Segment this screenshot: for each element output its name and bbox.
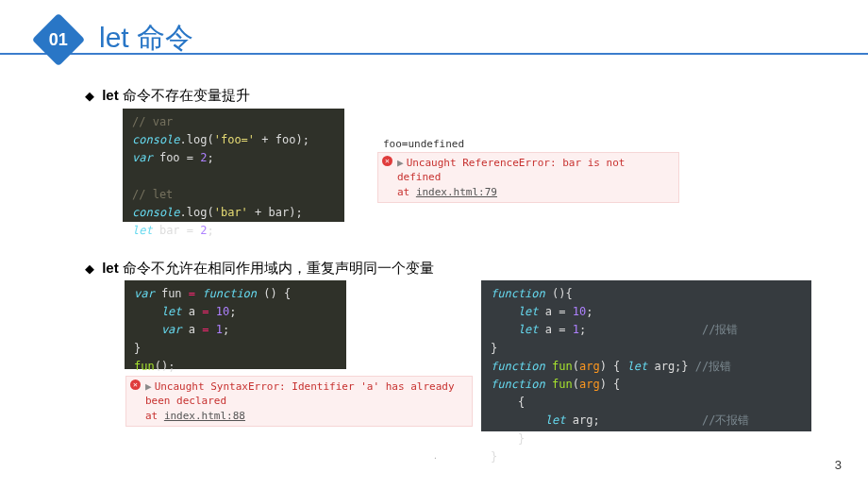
error-source-link[interactable]: index.html:79 [416,186,497,198]
bullet-point-2: ◆ let 命令不允许在相同作用域内，重复声明同一个变量 [85,260,434,278]
code-block-redeclare-left: var fun = function () { let a = 10; var … [125,280,346,369]
code-block-redeclare-right: function (){ let a = 10; let a = 1; //报错… [481,280,811,431]
console-error-line: ✕ ▶Uncaught SyntaxError: Identifier 'a' … [125,376,473,427]
slide-title: let 命令 [99,19,193,58]
badge-number: 01 [49,30,68,50]
console-output-2: ✕ ▶Uncaught SyntaxError: Identifier 'a' … [125,376,473,427]
page-number: 3 [835,458,842,472]
diamond-icon: ◆ [85,261,94,276]
error-icon: ✕ [130,379,141,390]
error-at: at [145,410,164,422]
console-log-line: foo=undefined [377,136,679,152]
section-badge: 01 [32,13,86,67]
console-output-1: foo=undefined ✕ ▶Uncaught ReferenceError… [377,136,679,203]
arrow-icon: ▶ [397,157,404,169]
bullet-point-1: ◆ let 命令不存在变量提升 [85,87,250,105]
console-error-line: ✕ ▶Uncaught ReferenceError: bar is not d… [377,152,679,203]
error-message: Uncaught ReferenceError: bar is not defi… [397,157,625,183]
footer-dot: . [434,450,437,461]
bullet-1-keyword: let [102,87,119,103]
diamond-icon: ◆ [85,89,94,103]
bullet-2-keyword: let [102,260,119,276]
bullet-1-text: 命令不存在变量提升 [119,87,250,103]
error-at: at [397,186,416,198]
arrow-icon: ▶ [145,380,152,393]
bullet-2-text: 命令不允许在相同作用域内，重复声明同一个变量 [119,260,434,276]
error-message: Uncaught SyntaxError: Identifier 'a' has… [145,380,455,407]
error-icon: ✕ [382,156,392,166]
error-source-link[interactable]: index.html:88 [164,410,245,422]
code-block-hoisting: // var console.log('foo=' + foo); var fo… [123,109,344,222]
